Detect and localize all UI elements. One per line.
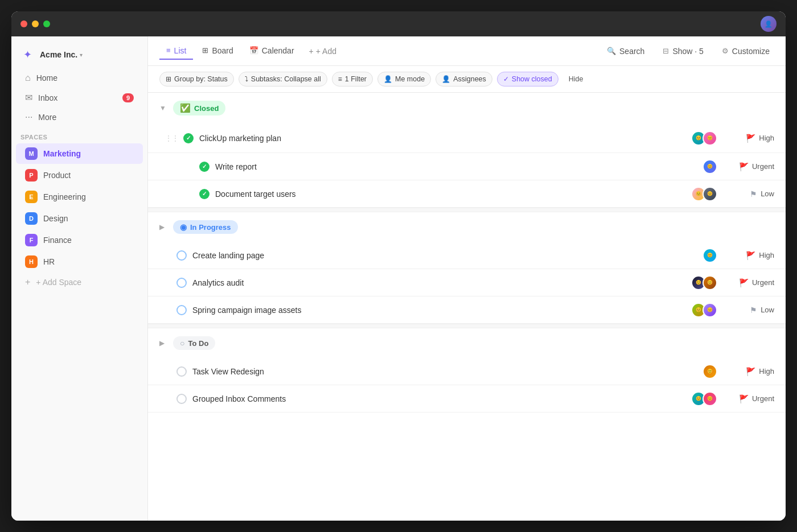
add-view-button[interactable]: + + Add [303, 43, 342, 59]
priority-flag: 🚩 [746, 367, 755, 376]
priority-flag: ⚑ [750, 189, 757, 199]
minimize-button[interactable] [32, 20, 39, 27]
sidebar-item-inbox[interactable]: ✉ Inbox 9 [16, 88, 143, 107]
table-row[interactable]: ✓ Write report 😊 🚩 Urgent [148, 153, 786, 180]
task-list: ▼ ✅ Closed ⋮⋮ ✓ ClickUp marketing plan [148, 93, 786, 521]
group-separator [148, 208, 786, 212]
task-avatars: 😊 😊 [691, 131, 717, 146]
tab-calendar-label: Calendar [262, 46, 294, 55]
task-priority: 🚩 Urgent [729, 394, 774, 403]
group-by-icon: ⊞ [166, 75, 171, 83]
inprogress-icon: ◉ [180, 222, 187, 232]
show-closed-icon: ✓ [503, 75, 509, 83]
sidebar-item-more[interactable]: ··· More [16, 108, 143, 126]
hr-letter: H [29, 258, 34, 265]
avatar: 😊 [702, 131, 717, 146]
sidebar: ✦ Acme Inc. ▾ ⌂ Home ✉ Inbox 9 ··· More … [11, 36, 148, 521]
task-avatars: 😊 [702, 248, 717, 263]
closed-icon: ✅ [180, 103, 191, 113]
group-by-chip[interactable]: ⊞ Group by: Status [159, 72, 234, 86]
todo-icon: ○ [180, 339, 184, 348]
task-avatars: 😊 [702, 364, 717, 379]
product-letter: P [29, 172, 33, 179]
table-row[interactable]: Analytics audit 😊 😊 🚩 Urgent [148, 269, 786, 296]
task-name: Spring campaign image assets [192, 306, 691, 315]
assignees-label: Assignees [453, 75, 486, 83]
task-priority: 🚩 Urgent [729, 162, 774, 171]
subtasks-icon: ⤵ [245, 75, 248, 83]
hide-label: Hide [569, 75, 584, 83]
sidebar-item-product[interactable]: P Product [16, 165, 143, 185]
show-icon: ⊟ [663, 47, 669, 55]
drag-handle[interactable]: ⋮⋮ [165, 134, 179, 142]
add-space-button[interactable]: + + Add Space [16, 273, 143, 291]
sidebar-item-hr[interactable]: H HR [16, 251, 143, 272]
task-name: Create landing page [192, 251, 702, 260]
todo-label: To Do [188, 339, 208, 348]
me-mode-chip[interactable]: 👤 Me mode [377, 72, 431, 86]
priority-label: Low [761, 189, 774, 198]
task-priority: 🚩 High [729, 367, 774, 376]
task-name: Grouped Inbox Comments [192, 394, 691, 403]
priority-flag: 🚩 [746, 134, 755, 143]
hide-button[interactable]: Hide [563, 72, 589, 86]
table-row[interactable]: ✓ Document target users 😊 😊 ⚑ [148, 180, 786, 208]
priority-flag: ⚑ [750, 306, 757, 315]
workspace-name: Acme Inc. [40, 50, 77, 59]
priority-flag: 🚩 [739, 162, 749, 171]
sidebar-item-home[interactable]: ⌂ Home [16, 69, 143, 87]
chevron-icon: ▼ [159, 104, 167, 112]
tab-board[interactable]: ⊞ Board [195, 43, 240, 60]
avatar: 😊 [702, 303, 717, 317]
filter-bar: ⊞ Group by: Status ⤵ Subtasks: Collapse … [148, 66, 786, 93]
design-icon: D [25, 212, 38, 225]
avatar: 😊 [702, 364, 717, 379]
design-letter: D [29, 215, 34, 222]
tab-list[interactable]: ≡ List [159, 43, 193, 60]
customize-button[interactable]: ⚙ Customize [717, 44, 774, 58]
group-header-closed[interactable]: ▼ ✅ Closed [148, 93, 786, 123]
table-row[interactable]: Create landing page 😊 🚩 High [148, 242, 786, 269]
checkbox[interactable]: ✓ [183, 133, 194, 143]
table-row[interactable]: Spring campaign image assets 😊 😊 ⚑ Low [148, 296, 786, 324]
chevron-down-icon: ▾ [80, 52, 83, 58]
fullscreen-button[interactable] [43, 20, 50, 27]
group-header-todo[interactable]: ▶ ○ To Do [148, 328, 786, 358]
subtasks-chip[interactable]: ⤵ Subtasks: Collapse all [239, 72, 327, 86]
search-button[interactable]: 🔍 Search [602, 44, 649, 58]
sidebar-item-finance[interactable]: F Finance [16, 230, 143, 250]
sidebar-item-engineering[interactable]: E Engineering [16, 187, 143, 207]
show-label: Show · 5 [672, 47, 703, 56]
table-row[interactable]: Grouped Inbox Comments 😊 😊 🚩 Urgent [148, 385, 786, 413]
task-name: ClickUp marketing plan [199, 134, 691, 143]
show-closed-chip[interactable]: ✓ Show closed [497, 72, 558, 86]
workspace-logo: ✦ [20, 48, 34, 61]
logo-icon: ✦ [23, 48, 32, 61]
user-avatar[interactable]: 👤 [761, 16, 777, 32]
avatar: 😊 [702, 159, 717, 174]
show-button[interactable]: ⊟ Show · 5 [658, 44, 708, 58]
assignees-chip[interactable]: 👤 Assignees [436, 72, 492, 86]
product-label: Product [43, 171, 71, 180]
filter-chip[interactable]: ≡ 1 Filter [332, 72, 373, 86]
subtasks-label: Subtasks: Collapse all [251, 75, 321, 83]
group-header-inprogress[interactable]: ▶ ◉ In Progress [148, 212, 786, 242]
inbox-icon: ✉ [25, 92, 32, 103]
gear-icon: ⚙ [722, 47, 729, 55]
table-row[interactable]: ⋮⋮ ✓ ClickUp marketing plan 😊 😊 [148, 123, 786, 153]
traffic-lights [20, 20, 50, 27]
sidebar-item-design[interactable]: D Design [16, 208, 143, 229]
engineering-letter: E [29, 193, 33, 200]
workspace-header[interactable]: ✦ Acme Inc. ▾ [11, 43, 147, 66]
avatar: 😊 [702, 275, 717, 290]
sidebar-item-marketing[interactable]: M Marketing [16, 143, 143, 164]
task-name: Write report [215, 162, 702, 171]
table-row[interactable]: Task View Redesign 😊 🚩 High [148, 358, 786, 385]
priority-label: Urgent [752, 394, 774, 403]
priority-label: High [759, 367, 774, 376]
tab-calendar[interactable]: 📅 Calendar [243, 43, 301, 60]
close-button[interactable] [20, 20, 27, 27]
priority-label: High [759, 251, 774, 259]
task-avatars: 😊 [702, 159, 717, 174]
main-layout: ✦ Acme Inc. ▾ ⌂ Home ✉ Inbox 9 ··· More … [11, 36, 786, 521]
